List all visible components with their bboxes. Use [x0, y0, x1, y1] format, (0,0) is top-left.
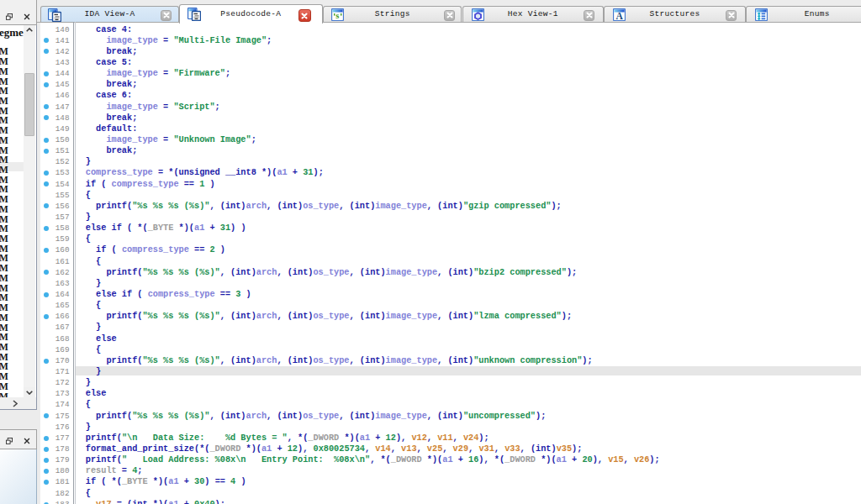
svg-text:A: A [615, 11, 623, 21]
svg-text:s: s [336, 11, 340, 20]
